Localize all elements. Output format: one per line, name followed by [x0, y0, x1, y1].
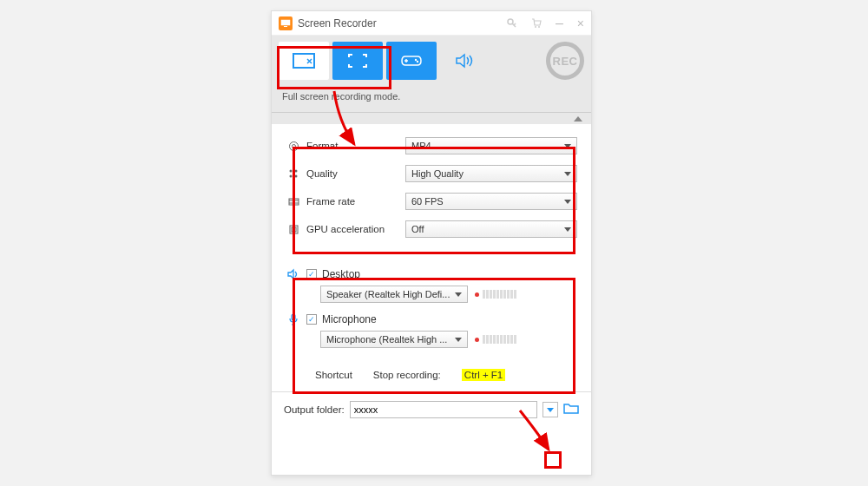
- collapse-bar[interactable]: [272, 112, 591, 124]
- svg-point-9: [292, 144, 295, 148]
- framerate-label: Frame rate: [301, 196, 405, 207]
- svg-rect-14: [289, 199, 299, 205]
- svg-point-8: [289, 141, 298, 150]
- browse-folder-icon[interactable]: [563, 403, 579, 417]
- mic-vu-meter: [475, 335, 516, 344]
- svg-rect-19: [292, 314, 295, 320]
- gpu-dropdown[interactable]: Off: [405, 220, 577, 238]
- mic-audio-header: ✓ Microphone: [286, 313, 577, 325]
- gpu-label: GPU acceleration: [301, 224, 405, 234]
- fullscreen-mode-button[interactable]: [332, 42, 383, 80]
- quality-icon: [286, 168, 301, 180]
- output-history-dropdown[interactable]: [542, 402, 558, 417]
- svg-point-6: [415, 59, 417, 61]
- svg-rect-5: [293, 54, 314, 68]
- format-row: Format MP4: [286, 136, 577, 155]
- desktop-audio-header: ✓ Desktop: [286, 268, 577, 280]
- audio-panel: ✓ Desktop Speaker (Realtek High Defi... …: [272, 263, 591, 355]
- mic-audio-checkbox[interactable]: ✓: [306, 314, 317, 325]
- chevron-up-icon: [574, 116, 582, 122]
- svg-point-7: [417, 61, 418, 62]
- desktop-audio-checkbox[interactable]: ✓: [306, 269, 317, 279]
- svg-rect-0: [281, 20, 290, 25]
- shortcut-hotkey: Ctrl + F1: [462, 369, 505, 381]
- svg-point-10: [289, 169, 292, 172]
- desktop-vu-meter: [475, 290, 516, 299]
- desktop-device-dropdown[interactable]: Speaker (Realtek High Defi...: [320, 286, 468, 303]
- titlebar-controls: – ×: [507, 16, 584, 31]
- output-label: Output folder:: [284, 404, 345, 415]
- svg-rect-1: [284, 26, 287, 27]
- svg-point-12: [289, 174, 292, 177]
- quality-label: Quality: [301, 168, 405, 179]
- mic-audio-label: Microphone: [322, 313, 377, 325]
- region-mode-button[interactable]: [279, 42, 329, 80]
- output-folder-input[interactable]: [350, 401, 537, 418]
- framerate-dropdown[interactable]: 60 FPS: [405, 193, 577, 210]
- key-icon[interactable]: [507, 18, 517, 29]
- minimize-icon[interactable]: –: [556, 16, 563, 31]
- chevron-down-icon: [564, 227, 571, 232]
- toolbar-area: REC Full screen recording mode.: [272, 36, 591, 124]
- chevron-down-icon: [564, 200, 571, 204]
- shortcut-row: Shortcut Stop recording: Ctrl + F1: [272, 355, 591, 391]
- chevron-down-icon: [564, 144, 571, 148]
- svg-rect-17: [290, 226, 298, 233]
- record-button[interactable]: REC: [546, 42, 584, 80]
- format-label: Format: [301, 141, 405, 151]
- mode-toolbar: REC: [272, 36, 591, 86]
- quality-row: Quality High Quality: [286, 164, 577, 183]
- framerate-row: Frame rate 60 FPS: [286, 192, 577, 211]
- shortcut-label: Shortcut: [315, 370, 352, 380]
- film-icon: [286, 196, 301, 207]
- stop-recording-label: Stop recording:: [373, 370, 441, 380]
- video-settings-panel: Format MP4 Quality High Quality Frame ra…: [272, 124, 591, 251]
- audio-mode-button[interactable]: [440, 42, 490, 80]
- chevron-down-icon: [455, 292, 462, 297]
- chip-icon: [286, 224, 301, 235]
- chevron-down-icon: [547, 408, 554, 412]
- format-dropdown[interactable]: MP4: [405, 137, 577, 154]
- mic-device-dropdown[interactable]: Microphone (Realtek High ...: [320, 331, 468, 348]
- output-row: Output folder:: [272, 391, 591, 427]
- app-logo-icon: [279, 16, 293, 30]
- microphone-icon: [286, 313, 301, 325]
- svg-point-11: [294, 169, 297, 172]
- speaker-icon: [286, 268, 301, 280]
- svg-point-4: [538, 26, 540, 28]
- svg-point-13: [294, 174, 297, 177]
- desktop-audio-label: Desktop: [322, 268, 360, 280]
- svg-rect-18: [292, 227, 296, 232]
- gear-icon: [286, 141, 301, 152]
- game-mode-button[interactable]: [386, 42, 437, 80]
- quality-dropdown[interactable]: High Quality: [405, 165, 577, 182]
- gpu-row: GPU acceleration Off: [286, 220, 577, 239]
- close-icon[interactable]: ×: [577, 16, 584, 30]
- chevron-down-icon: [455, 338, 462, 342]
- mode-description: Full screen recording mode.: [272, 86, 591, 112]
- chevron-down-icon: [564, 172, 571, 176]
- svg-point-3: [535, 26, 536, 28]
- cart-icon[interactable]: [531, 18, 542, 29]
- desktop-device-row: Speaker (Realtek High Defi...: [320, 286, 577, 303]
- app-window: Screen Recorder – × REC Full screen reco…: [271, 10, 592, 476]
- titlebar: Screen Recorder – ×: [272, 11, 591, 36]
- app-title: Screen Recorder: [298, 17, 377, 30]
- mic-device-row: Microphone (Realtek High ...: [320, 331, 577, 348]
